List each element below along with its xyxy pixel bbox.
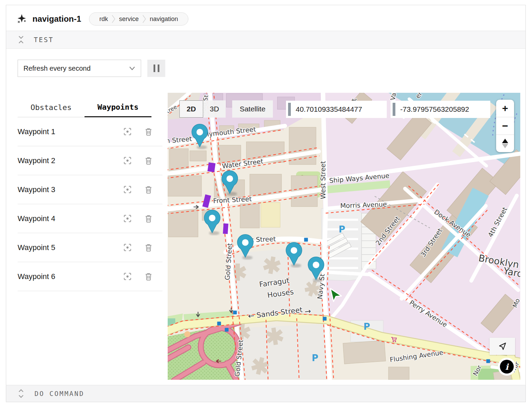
waypoint-label: Waypoint 4	[18, 214, 111, 223]
refresh-select-value: Refresh every second	[23, 64, 129, 72]
tab-waypoints[interactable]: Waypoints	[85, 98, 151, 117]
test-section-header[interactable]: TEST	[6, 31, 525, 49]
do-command-section-header[interactable]: DO COMMAND	[6, 385, 525, 402]
focus-waypoint-icon[interactable]	[123, 156, 132, 165]
drag-handle[interactable]	[393, 103, 395, 116]
refresh-select[interactable]: Refresh every second	[18, 60, 141, 77]
street-label: ←	[248, 311, 255, 320]
waypoint-row: Waypoint 2	[18, 146, 162, 175]
expand-icon	[18, 389, 24, 398]
delete-waypoint-icon[interactable]	[144, 127, 153, 136]
breadcrumb-item[interactable]: rdk	[96, 16, 112, 23]
street-label: →	[304, 307, 312, 316]
navigation-card: navigation-1 rdkservicenavigation TEST R…	[6, 5, 526, 402]
zoom-out-button[interactable]: −	[496, 117, 514, 135]
compass-button[interactable]	[496, 135, 514, 152]
info-icon: i	[500, 360, 514, 374]
delete-waypoint-icon[interactable]	[144, 156, 153, 165]
subway-entrance-icon	[304, 238, 308, 242]
map-3d-button[interactable]: 3D	[203, 100, 226, 118]
pause-icon	[158, 64, 159, 72]
pause-icon	[154, 64, 155, 72]
obstacle-marker[interactable]	[223, 224, 228, 234]
waypoint-label: Waypoint 3	[18, 185, 111, 194]
map-attribution-button[interactable]: i	[498, 358, 516, 376]
chevron-down-icon	[129, 66, 135, 70]
navigate-arrow-icon	[497, 341, 507, 351]
delete-waypoint-icon[interactable]	[144, 272, 153, 281]
compass-icon	[501, 138, 509, 149]
map-2d-button[interactable]: 2D	[179, 100, 203, 118]
waypoint-row: Waypoint 3	[18, 175, 162, 204]
breadcrumb-item[interactable]: navigation	[146, 16, 182, 23]
map-canvas[interactable]: Plymouth StreetWater StreetFront StreetY…	[168, 93, 520, 380]
waypoint-label: Waypoint 6	[18, 272, 111, 281]
map-base: Plymouth StreetWater StreetFront StreetY…	[168, 93, 520, 380]
pause-button[interactable]	[147, 60, 165, 77]
focus-waypoint-icon[interactable]	[123, 214, 132, 223]
zoom-in-button[interactable]: +	[496, 100, 514, 117]
drag-handle[interactable]	[288, 103, 291, 116]
waypoint-row: Waypoint 4	[18, 204, 162, 233]
page-title: navigation-1	[32, 14, 81, 24]
subway-entrance-icon	[323, 317, 327, 321]
parking-icon: P	[312, 353, 318, 363]
waypoint-row: Waypoint 6	[18, 262, 162, 291]
breadcrumb-item[interactable]: service	[115, 16, 142, 23]
collapse-icon	[18, 35, 24, 44]
subway-entrance-icon	[486, 359, 490, 363]
waypoint-label: Waypoint 2	[18, 156, 111, 165]
do-command-label: DO COMMAND	[35, 390, 84, 397]
waypoint-list: Waypoint 1 Waypoint 2	[18, 117, 162, 291]
delete-waypoint-icon[interactable]	[144, 214, 153, 223]
subway-entrance-icon	[217, 322, 221, 326]
focus-waypoint-icon[interactable]	[123, 272, 132, 281]
waypoint-row: Waypoint 1	[18, 117, 162, 146]
parking-icon: P	[338, 224, 345, 235]
chevron-right-icon	[112, 14, 115, 23]
chevron-right-icon	[142, 14, 146, 23]
breadcrumb: rdkservicenavigation	[89, 12, 188, 26]
waypoint-label: Waypoint 1	[18, 127, 111, 136]
map-zoom-control: + −	[496, 100, 514, 152]
longitude-input[interactable]: -73.97957563205892	[391, 101, 490, 118]
street-label: Morris Avenue	[340, 200, 387, 210]
delete-waypoint-icon[interactable]	[144, 243, 153, 252]
parking-icon: P	[363, 321, 370, 332]
tab-bar: Obstacles Waypoints	[18, 98, 151, 117]
waypoint-row: Waypoint 5	[18, 233, 162, 262]
navigation-service-icon	[17, 13, 27, 24]
subway-entrance-icon	[233, 311, 237, 315]
test-section-label: TEST	[34, 36, 54, 43]
subway-entrance-icon	[225, 328, 229, 332]
waypoint-label: Waypoint 5	[18, 243, 111, 252]
focus-waypoint-icon[interactable]	[123, 185, 132, 194]
delete-waypoint-icon[interactable]	[144, 185, 153, 194]
locate-button[interactable]	[490, 338, 515, 355]
tab-obstacles[interactable]: Obstacles	[18, 98, 85, 117]
focus-waypoint-icon[interactable]	[123, 127, 132, 136]
map-satellite-button[interactable]: Satellite	[232, 100, 273, 118]
street-label: West Street	[319, 161, 327, 199]
focus-waypoint-icon[interactable]	[123, 243, 132, 252]
obstacle-marker[interactable]	[207, 162, 215, 172]
latitude-input[interactable]: 40.70109335484477	[286, 101, 387, 118]
